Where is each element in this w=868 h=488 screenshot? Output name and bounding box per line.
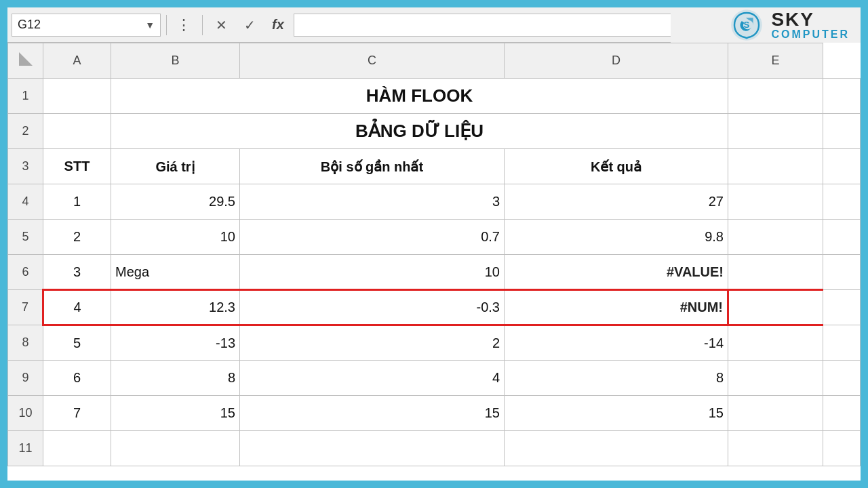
cell-r7-c1[interactable]: 12.3 [111, 290, 240, 325]
cell-r9-c4[interactable] [728, 361, 823, 396]
select-all-icon[interactable] [19, 52, 33, 66]
cell-r9-c1[interactable]: 8 [111, 361, 240, 396]
cell-r2-c4[interactable] [728, 114, 823, 149]
cell-r5-c2[interactable]: 0.7 [240, 220, 505, 255]
cell-r6-c4[interactable] [728, 255, 823, 290]
cell-r5-c4[interactable] [728, 220, 823, 255]
cell-r6-cE[interactable] [823, 255, 861, 290]
cell-r4-cE[interactable] [823, 184, 861, 220]
row-header-5[interactable]: 5 [8, 220, 43, 255]
logo-text: SKY COMPUTER [771, 10, 850, 40]
cell-r5-c3[interactable]: 9.8 [505, 220, 728, 255]
cell-r2-c0[interactable] [43, 114, 111, 149]
row-header-7[interactable]: 7 [8, 290, 43, 325]
cell-r4-c3[interactable]: 27 [505, 184, 728, 220]
cancel-button[interactable]: ✕ [208, 14, 234, 37]
cell-r4-c0[interactable]: 1 [43, 184, 111, 220]
col-header-d[interactable]: D [505, 43, 728, 79]
sky-computer-logo-svg: S [730, 9, 763, 41]
row-header-1[interactable]: 1 [8, 79, 43, 114]
cell-r9-c3[interactable]: 8 [505, 361, 728, 396]
cell-r7-cE[interactable] [823, 290, 861, 325]
row-header-6[interactable]: 6 [8, 255, 43, 290]
cell-r3-c0[interactable]: STT [43, 149, 111, 184]
formula-bar: G12 ▼ ⋮ ✕ ✓ fx S SKY COMPUTER [7, 7, 861, 43]
cell-r11-c3[interactable] [505, 431, 728, 466]
cell-r2-c1[interactable]: BẢNG DỮ LIỆU [111, 114, 728, 149]
cell-r1-c4[interactable] [728, 79, 823, 114]
cell-r11-c2[interactable] [240, 431, 505, 466]
cell-r9-c2[interactable]: 4 [240, 361, 505, 396]
cell-r1-c1[interactable]: HÀM FLOOK [111, 79, 728, 114]
cell-r6-c1[interactable]: Mega [111, 255, 240, 290]
cell-r5-cE[interactable] [823, 220, 861, 255]
cell-reference: G12 [18, 18, 140, 32]
cell-r3-c2[interactable]: Bội số gần nhất [240, 149, 505, 184]
row-header-4[interactable]: 4 [8, 184, 43, 220]
grid-table: A B C D E 1HÀM FLOOK2BẢNG DỮ LIỆU3STTGiá… [7, 43, 861, 466]
logo-icon: S [729, 7, 764, 43]
row-header-11[interactable]: 11 [8, 431, 43, 466]
cell-r10-cE[interactable] [823, 396, 861, 431]
cell-r8-c0[interactable]: 5 [43, 325, 111, 361]
col-header-c[interactable]: C [240, 43, 505, 79]
cell-r10-c0[interactable]: 7 [43, 396, 111, 431]
svg-marker-2 [19, 52, 33, 66]
cell-r9-cE[interactable] [823, 361, 861, 396]
cell-r8-c2[interactable]: 2 [240, 325, 505, 361]
spreadsheet: A B C D E 1HÀM FLOOK2BẢNG DỮ LIỆU3STTGiá… [7, 43, 861, 481]
cell-r7-c3[interactable]: #NUM! [505, 290, 728, 325]
row-header-8[interactable]: 8 [8, 325, 43, 361]
cell-r3-c3[interactable]: Kết quả [505, 149, 728, 184]
cell-r5-c1[interactable]: 10 [111, 220, 240, 255]
table-row: 3STTGiá trịBội số gần nhấtKết quả [8, 149, 861, 184]
row-header-10[interactable]: 10 [8, 396, 43, 431]
table-row: 52100.79.8 [8, 220, 861, 255]
cell-r4-c2[interactable]: 3 [240, 184, 505, 220]
name-box-dropdown-icon[interactable]: ▼ [145, 20, 155, 30]
cell-r7-c2[interactable]: -0.3 [240, 290, 505, 325]
cell-r3-c4[interactable] [728, 149, 823, 184]
cell-r1-c0[interactable] [43, 79, 111, 114]
cell-r8-c3[interactable]: -14 [505, 325, 728, 361]
confirm-button[interactable]: ✓ [237, 14, 262, 37]
cell-r10-c1[interactable]: 15 [111, 396, 240, 431]
cell-r8-c4[interactable] [728, 325, 823, 361]
cell-r8-cE[interactable] [823, 325, 861, 361]
col-header-b[interactable]: B [111, 43, 240, 79]
separator-2 [202, 15, 203, 35]
cell-r3-cE[interactable] [823, 149, 861, 184]
cell-r4-c4[interactable] [728, 184, 823, 220]
row-header-2[interactable]: 2 [8, 114, 43, 149]
cell-r5-c0[interactable]: 2 [43, 220, 111, 255]
cell-r10-c4[interactable] [728, 396, 823, 431]
cell-r10-c3[interactable]: 15 [505, 396, 728, 431]
col-header-a[interactable]: A [43, 43, 111, 79]
fx-button[interactable]: fx [265, 14, 291, 37]
col-header-e[interactable]: E [728, 43, 823, 79]
cell-r7-c0[interactable]: 4 [43, 290, 111, 325]
table-row: 107151515 [8, 396, 861, 431]
cell-r8-c1[interactable]: -13 [111, 325, 240, 361]
svg-text:S: S [744, 20, 750, 30]
cell-r6-c0[interactable]: 3 [43, 255, 111, 290]
cell-r11-c4[interactable] [728, 431, 823, 466]
cell-r11-cE[interactable] [823, 431, 861, 466]
cell-r10-c2[interactable]: 15 [240, 396, 505, 431]
name-box[interactable]: G12 ▼ [12, 14, 161, 37]
row-header-3[interactable]: 3 [8, 149, 43, 184]
cell-r11-c0[interactable] [43, 431, 111, 466]
cell-r9-c0[interactable]: 6 [43, 361, 111, 396]
cell-r6-c2[interactable]: 10 [240, 255, 505, 290]
cell-r3-c1[interactable]: Giá trị [111, 149, 240, 184]
cell-r7-c4[interactable] [728, 290, 823, 325]
cell-r4-c1[interactable]: 29.5 [111, 184, 240, 220]
cell-r2-cE[interactable] [823, 114, 861, 149]
logo-area: S SKY COMPUTER [671, 7, 861, 43]
more-options-icon[interactable]: ⋮ [172, 16, 197, 34]
cell-r11-c1[interactable] [111, 431, 240, 466]
cell-r1-cE[interactable] [823, 79, 861, 114]
table-row: 96848 [8, 361, 861, 396]
row-header-9[interactable]: 9 [8, 361, 43, 396]
cell-r6-c3[interactable]: #VALUE! [505, 255, 728, 290]
